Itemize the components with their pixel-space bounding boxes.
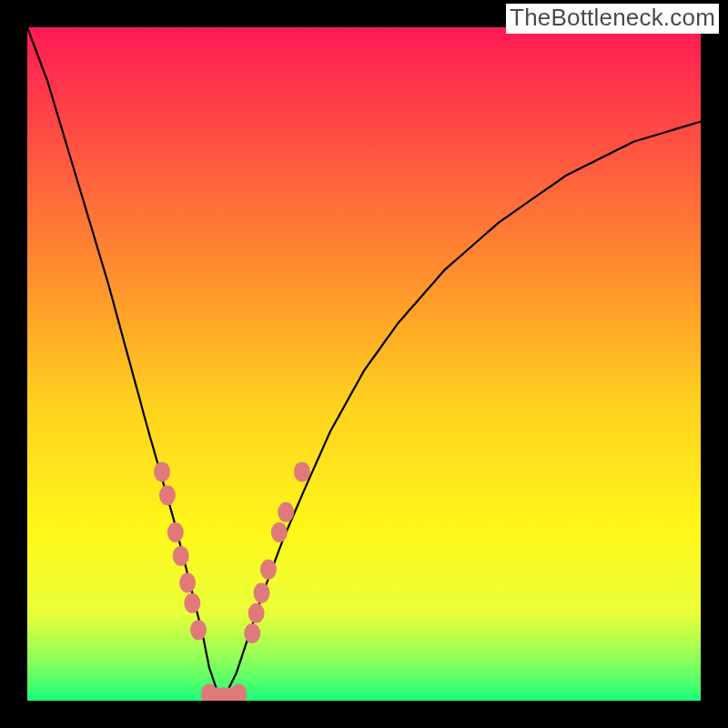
chart-marker <box>184 593 200 613</box>
chart-marker <box>248 603 265 623</box>
chart-plot-area <box>27 27 701 701</box>
chart-marker <box>260 560 277 580</box>
watermark-label: TheBottleneck.com <box>506 4 719 34</box>
chart-marker <box>244 623 260 643</box>
chart-markers <box>154 461 310 701</box>
chart-marker <box>278 502 294 522</box>
chart-marker <box>254 583 270 603</box>
chart-marker <box>159 485 176 505</box>
chart-marker <box>154 461 170 481</box>
chart-frame: TheBottleneck.com <box>0 0 728 728</box>
chart-marker <box>173 546 189 566</box>
curve-right-arm <box>223 122 701 701</box>
chart-marker <box>167 522 184 542</box>
chart-marker <box>190 620 207 640</box>
chart-svg <box>27 27 701 701</box>
chart-marker <box>179 573 196 593</box>
chart-marker <box>230 684 247 701</box>
chart-marker <box>294 461 310 481</box>
chart-marker <box>271 522 288 542</box>
